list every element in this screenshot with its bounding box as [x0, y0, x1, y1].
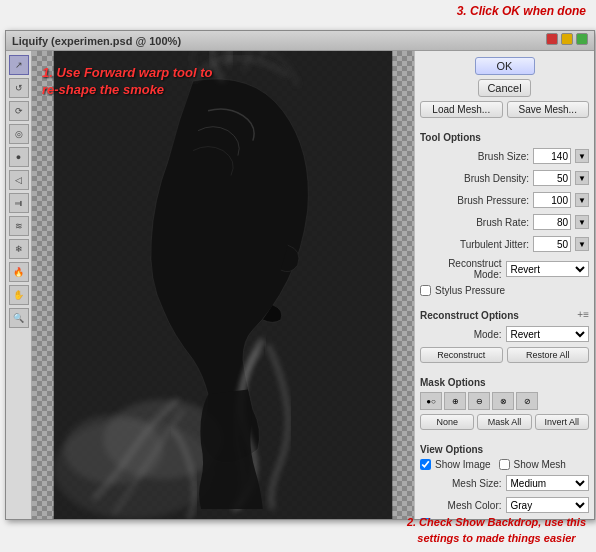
thaw-mask-tool[interactable]: 🔥: [9, 262, 29, 282]
mirror-tool[interactable]: ⫥: [9, 193, 29, 213]
restore-all-button[interactable]: Restore All: [507, 347, 590, 363]
brush-rate-input[interactable]: [533, 214, 571, 230]
freeze-mask-tool[interactable]: ❄: [9, 239, 29, 259]
mesh-size-row: Mesh Size: Medium: [420, 474, 589, 492]
title-bar: Liquify (experimen.psd @ 100%): [6, 31, 594, 51]
mode-row: Mode: Revert: [420, 325, 589, 343]
reconstruct-mode-label: Reconstruct Mode:: [420, 258, 502, 280]
mesh-buttons: Load Mesh... Save Mesh...: [420, 101, 589, 118]
stylus-pressure-label: Stylus Pressure: [435, 285, 505, 296]
mask-action-row: None Mask All Invert All: [420, 414, 589, 430]
step-2-annotation: 2. Check Show Backdrop, use this setting…: [407, 515, 586, 546]
mask-icon-2[interactable]: ⊕: [444, 392, 466, 410]
window-title: Liquify (experimen.psd @ 100%): [12, 35, 181, 47]
invert-all-button[interactable]: Invert All: [535, 414, 589, 430]
brush-pressure-input[interactable]: [533, 192, 571, 208]
zoom-tool[interactable]: 🔍: [9, 308, 29, 328]
ok-cancel-row: OK: [420, 57, 589, 75]
mask-icons-row: ●○ ⊕ ⊖ ⊗ ⊘: [420, 392, 589, 410]
reconstruct-button[interactable]: Reconstruct: [420, 347, 503, 363]
reconstruct-options-icon: +≡: [577, 309, 589, 320]
mesh-size-select[interactable]: Medium: [506, 475, 590, 491]
turbulent-jitter-row: Turbulent Jitter: ▼: [420, 235, 589, 253]
window-body: ↗ ↺ ⟳ ◎ ● ◁ ⫥ ≋ ❄ 🔥 ✋ 🔍: [6, 51, 594, 519]
stylus-pressure-checkbox[interactable]: [420, 285, 431, 296]
forward-warp-tool[interactable]: ↗: [9, 55, 29, 75]
brush-rate-label: Brush Rate:: [420, 217, 529, 228]
brush-density-row: Brush Density: ▼: [420, 169, 589, 187]
brush-pressure-label: Brush Pressure:: [420, 195, 529, 206]
twirl-tool[interactable]: ⟳: [9, 101, 29, 121]
svg-point-3: [64, 414, 164, 484]
mode-label: Mode:: [420, 329, 502, 340]
turbulent-jitter-input[interactable]: [533, 236, 571, 252]
mask-icon-5[interactable]: ⊘: [516, 392, 538, 410]
brush-density-arrow[interactable]: ▼: [575, 171, 589, 185]
brush-density-label: Brush Density:: [420, 173, 529, 184]
hand-tool[interactable]: ✋: [9, 285, 29, 305]
canvas-image: [32, 51, 414, 519]
load-mesh-button[interactable]: Load Mesh...: [420, 101, 503, 118]
mesh-color-select[interactable]: Gray: [506, 497, 590, 513]
mesh-color-row: Mesh Color: Gray: [420, 496, 589, 514]
brush-size-label: Brush Size:: [420, 151, 529, 162]
minimize-button[interactable]: [561, 33, 573, 45]
brush-rate-arrow[interactable]: ▼: [575, 215, 589, 229]
reconstruct-tool[interactable]: ↺: [9, 78, 29, 98]
view-options-label: View Options: [420, 444, 589, 455]
mesh-size-label: Mesh Size:: [420, 478, 502, 489]
brush-size-input[interactable]: [533, 148, 571, 164]
stylus-pressure-row: Stylus Pressure: [420, 285, 589, 296]
reconstruct-mode-select[interactable]: Revert: [506, 261, 590, 277]
brush-pressure-arrow[interactable]: ▼: [575, 193, 589, 207]
none-button[interactable]: None: [420, 414, 474, 430]
brush-size-arrow[interactable]: ▼: [575, 149, 589, 163]
canvas-area: 1. Use Forward warp tool to re-shape the…: [32, 51, 414, 519]
right-panel: OK Cancel Load Mesh... Save Mesh... Tool…: [414, 51, 594, 519]
reconstruct-options-label: Reconstruct Options: [420, 310, 519, 321]
cancel-button[interactable]: Cancel: [478, 79, 530, 97]
mask-all-button[interactable]: Mask All: [477, 414, 531, 430]
show-image-checkbox[interactable]: [420, 459, 431, 470]
maximize-button[interactable]: [576, 33, 588, 45]
show-mesh-label: Show Mesh: [514, 459, 566, 470]
cancel-row: Cancel: [420, 79, 589, 97]
mask-options-label: Mask Options: [420, 377, 589, 388]
mask-icon-3[interactable]: ⊖: [468, 392, 490, 410]
step-1-annotation: 1. Use Forward warp tool to re-shape the…: [42, 65, 212, 99]
window-controls: [546, 33, 588, 45]
toolbar-left: ↗ ↺ ⟳ ◎ ● ◁ ⫥ ≋ ❄ 🔥 ✋ 🔍: [6, 51, 32, 519]
turbulent-jitter-arrow[interactable]: ▼: [575, 237, 589, 251]
show-image-row: Show Image Show Mesh: [420, 459, 589, 470]
liquify-window: Liquify (experimen.psd @ 100%) ↗ ↺ ⟳ ◎ ●…: [5, 30, 595, 520]
close-button[interactable]: [546, 33, 558, 45]
brush-pressure-row: Brush Pressure: ▼: [420, 191, 589, 209]
ok-button[interactable]: OK: [475, 57, 535, 75]
brush-density-input[interactable]: [533, 170, 571, 186]
reconstruct-mode-row: Reconstruct Mode: Revert: [420, 257, 589, 281]
reconstruct-btn-row: Reconstruct Restore All: [420, 347, 589, 363]
brush-rate-row: Brush Rate: ▼: [420, 213, 589, 231]
step-3-annotation: 3. Click OK when done: [457, 4, 586, 18]
turbulent-jitter-label: Turbulent Jitter:: [420, 239, 529, 250]
brush-size-row: Brush Size: ▼: [420, 147, 589, 165]
pucker-tool[interactable]: ◎: [9, 124, 29, 144]
push-left-tool[interactable]: ◁: [9, 170, 29, 190]
mask-icon-1[interactable]: ●○: [420, 392, 442, 410]
show-image-label: Show Image: [435, 459, 491, 470]
show-mesh-checkbox[interactable]: [499, 459, 510, 470]
mesh-color-label: Mesh Color:: [420, 500, 502, 511]
mode-select[interactable]: Revert: [506, 326, 590, 342]
bloat-tool[interactable]: ●: [9, 147, 29, 167]
turbulence-tool[interactable]: ≋: [9, 216, 29, 236]
save-mesh-button[interactable]: Save Mesh...: [507, 101, 590, 118]
tool-options-label: Tool Options: [420, 132, 589, 143]
mask-icon-4[interactable]: ⊗: [492, 392, 514, 410]
